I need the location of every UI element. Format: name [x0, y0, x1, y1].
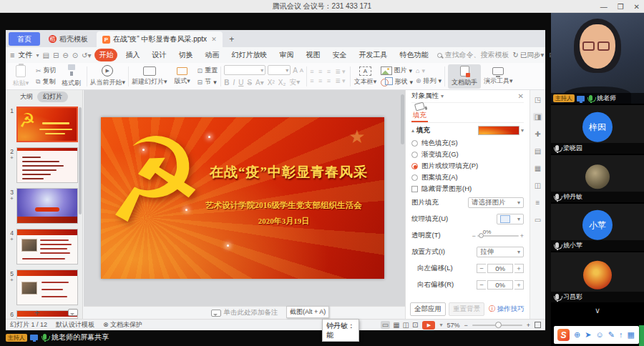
comment-bubble-icon[interactable]	[68, 309, 78, 316]
textbox-button[interactable]: A 文本框▾	[353, 66, 378, 86]
tab-templates[interactable]: 稻 稻壳模板	[43, 32, 94, 46]
dock-grid-icon[interactable]: ▦	[535, 164, 541, 172]
properties-caret-icon[interactable]: ▾	[441, 93, 444, 99]
tab-close-icon[interactable]: ✕	[211, 36, 217, 43]
paste-button[interactable]: 粘贴▾	[9, 65, 33, 88]
menu-tab-transition[interactable]: 切换	[174, 49, 197, 61]
file-menu[interactable]: 文件	[18, 50, 32, 60]
underline-button[interactable]: U	[238, 79, 243, 86]
section-button[interactable]: ⊟节▾	[197, 77, 218, 86]
command-search[interactable]: 查找命令、搜索模板	[437, 50, 509, 60]
subscript-button[interactable]: X₂	[278, 79, 286, 86]
slide-title[interactable]: 在战“疫”中彰显青春风采	[200, 163, 379, 182]
italic-button[interactable]: I	[233, 79, 235, 86]
participant-tile-3[interactable]: 钟丹敏	[551, 155, 644, 202]
preview-icon[interactable]: ⊙	[72, 51, 78, 59]
arrange-button[interactable]: ⊛排列▾	[416, 76, 441, 86]
menu-tab-view[interactable]: 视图	[301, 49, 324, 61]
pointer-tool-icon[interactable]: ⊕	[574, 331, 580, 339]
slides-tab[interactable]: 幻灯片	[37, 92, 68, 102]
laser-tool-icon[interactable]: ➤	[585, 331, 591, 339]
menu-tab-devtools[interactable]: 开发工具	[354, 49, 391, 61]
fill-option-picture[interactable]: 图片或纹理填充(P)	[411, 160, 524, 172]
tab-document[interactable]: P 在战“疫” 中彰显青春风采.pptx ✕	[97, 31, 223, 47]
gallery-tool-icon[interactable]: ▦	[627, 331, 634, 339]
save-icon[interactable]: ▤	[42, 51, 49, 59]
participant-tile-5[interactable]: 习昌彩	[551, 252, 644, 302]
thumbnail-scrollbar[interactable]	[79, 107, 82, 214]
chat-message-popup[interactable]: 钟丹敏： 能	[322, 319, 359, 342]
texture-dropdown[interactable]: ▾	[497, 214, 524, 224]
slider-plus-icon[interactable]: +	[520, 232, 524, 239]
superscript-button[interactable]: X²	[268, 79, 275, 86]
fill-option-solid[interactable]: 纯色填充(S)	[411, 137, 524, 149]
font-color-button[interactable]: A▾	[255, 79, 264, 86]
play-options-caret-icon[interactable]: ▾	[439, 322, 442, 328]
play-from-current-button[interactable]: ▶ 从当前开始▾	[90, 65, 126, 87]
offset-left-stepper[interactable]: − 0% +	[477, 263, 524, 274]
minimize-button[interactable]: —	[600, 3, 608, 11]
dock-columns-icon[interactable]: ◫	[535, 182, 541, 189]
new-tab-button[interactable]: +	[225, 32, 238, 46]
font-family-select[interactable]: ▾	[224, 65, 265, 75]
pen-tool-icon[interactable]: ✎	[608, 331, 615, 339]
menu-tab-review[interactable]: 审阅	[275, 49, 298, 61]
font-size-select[interactable]: ▾	[268, 65, 291, 75]
fill-option-pattern[interactable]: 图案填充(A)	[411, 172, 524, 183]
slideshow-play-button[interactable]: ▶	[422, 321, 435, 330]
shrink-font-icon[interactable]: A	[300, 67, 303, 74]
zoom-slider[interactable]	[472, 325, 522, 326]
doc-assistant-button[interactable]: 文档助手	[448, 64, 481, 89]
slide-subtitle[interactable]: 艺术设计学院2016级学生党支部组织生活会	[187, 200, 381, 211]
pick-picture-dropdown[interactable]: 请选择图片▾	[468, 197, 524, 208]
transparency-slider[interactable]: − 0% +	[472, 232, 524, 239]
menu-tab-design[interactable]: 设计	[147, 49, 170, 61]
present-tools-button[interactable]: 演示工具▾	[484, 67, 513, 86]
hide-background-checkbox[interactable]: 隐藏背景图形(H)	[411, 183, 524, 194]
fullscreen-icon[interactable]	[535, 322, 541, 328]
menu-tab-security[interactable]: 安全	[328, 49, 351, 61]
grow-font-icon[interactable]: A	[293, 66, 298, 74]
zoom-slider-thumb[interactable]	[495, 322, 502, 328]
zoom-in-icon[interactable]: +	[527, 322, 530, 329]
align-icons-row2[interactable]: ≡ ≡ ≡ ≣▾	[310, 77, 346, 84]
phonetic-button[interactable]: 安▾	[289, 77, 300, 87]
layout-button[interactable]: 版式▾	[170, 67, 195, 86]
participant-tile-host[interactable]: 主持人 姚老师	[551, 13, 644, 104]
menu-tab-animation[interactable]: 动画	[200, 49, 223, 61]
fill-tab[interactable]: 填充	[411, 103, 428, 122]
album-button[interactable]: ⌂▾	[416, 67, 441, 74]
add-slide-button[interactable]: +	[6, 307, 68, 318]
reset-background-button[interactable]: 重置背景	[449, 302, 484, 316]
output-icon[interactable]: ⊟	[53, 51, 59, 59]
file-caret-icon[interactable]: ▾	[36, 52, 39, 59]
reset-button[interactable]: ⊡重置	[197, 66, 218, 75]
copy-button[interactable]: ⧉复制	[36, 77, 57, 86]
zoom-percent[interactable]: 57%	[447, 322, 459, 329]
slide-thumbnail-5[interactable]	[16, 270, 78, 305]
slide-thumbnail-1[interactable]: ☭	[16, 107, 78, 142]
slide-thumbnail-3[interactable]	[16, 188, 78, 224]
slider-thumb[interactable]	[479, 233, 484, 238]
notes-bar[interactable]: 单击此处添加备注	[84, 306, 405, 319]
participant-tile-2[interactable]: 梓因 梁晓园	[551, 105, 644, 154]
dock-list-icon[interactable]: ≡	[536, 199, 540, 207]
stepper-plus-icon[interactable]: +	[514, 280, 524, 290]
dock-insert-icon[interactable]: ✚	[535, 130, 540, 138]
menu-tab-home[interactable]: 开始	[94, 49, 117, 61]
dock-notes-icon[interactable]: ▭	[535, 216, 541, 224]
fill-option-gradient[interactable]: 渐变填充(G)	[411, 149, 524, 160]
outline-tab[interactable]: 大纲	[20, 92, 33, 102]
bold-button[interactable]: B	[224, 79, 229, 86]
protection-status[interactable]: ⊗ 文档未保护	[103, 320, 142, 330]
fill-preview-dropdown[interactable]: ▾	[478, 126, 524, 135]
design-template-label[interactable]: 默认设计模板	[56, 320, 94, 330]
canvas-scrollbar[interactable]	[401, 94, 404, 144]
strikethrough-button[interactable]: S	[247, 79, 252, 86]
slider-minus-icon[interactable]: −	[472, 232, 475, 239]
menu-tab-insert[interactable]: 插入	[121, 49, 144, 61]
apply-all-button[interactable]: 全部应用	[410, 302, 446, 316]
dock-fill-icon[interactable]: ◨	[533, 113, 542, 121]
shapes-button[interactable]: 形状▾	[381, 77, 414, 86]
dock-layers-icon[interactable]: ▤	[535, 147, 541, 155]
